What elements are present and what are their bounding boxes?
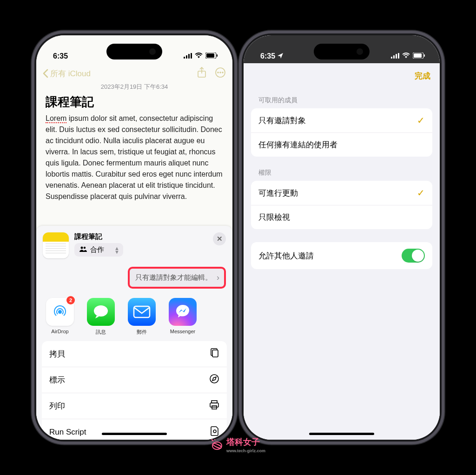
svg-rect-0 <box>184 57 185 59</box>
share-apps-row: 2 AirDrop 訊息 <box>36 289 232 338</box>
svg-rect-28 <box>414 53 422 58</box>
switch-allow-invite[interactable] <box>402 249 425 263</box>
phone-right: 6:35 完成 可取用的成員 <box>244 35 440 440</box>
section-header-permission: 權限 <box>244 157 440 181</box>
note-body-err: Lorem <box>46 114 66 123</box>
mail-icon <box>133 305 151 318</box>
nav-bar: 所有 iCloud <box>36 63 232 82</box>
chevron-left-icon <box>43 69 48 78</box>
svg-point-15 <box>94 305 108 317</box>
svg-point-12 <box>81 247 83 249</box>
svg-rect-17 <box>212 350 218 357</box>
action-label: 拷貝 <box>49 349 65 359</box>
close-button[interactable]: ✕ <box>213 232 226 245</box>
updown-icon: ▲▼ <box>114 246 119 254</box>
messages-icon <box>92 303 110 320</box>
action-label: Run Script <box>49 428 86 437</box>
battery-icon <box>205 52 218 60</box>
collab-dropdown[interactable]: 合作 ▲▼ <box>74 243 123 257</box>
close-icon: ✕ <box>217 235 223 243</box>
svg-point-13 <box>84 247 86 249</box>
done-button[interactable]: 完成 <box>415 71 430 81</box>
members-group: 只有邀請對象 ✓ 任何擁有連結的使用者 <box>251 108 432 157</box>
app-label: 郵件 <box>126 329 157 336</box>
options-sheet: 完成 可取用的成員 只有邀請對象 ✓ 任何擁有連結的使用者 權限 可進行更動 ✓ <box>244 64 440 440</box>
watermark-url: www.tech-girlz.com <box>226 449 265 453</box>
messenger-icon <box>174 303 191 320</box>
share-sheet: 課程筆記 合作 ▲▼ ✕ 只有邀請對象才能編輯。 <box>36 226 232 440</box>
permission-control[interactable]: 只有邀請對象才能編輯。 › <box>128 267 226 289</box>
status-time: 6:35 <box>260 52 275 60</box>
svg-rect-25 <box>396 54 397 59</box>
svg-rect-20 <box>210 403 218 407</box>
more-icon[interactable] <box>215 67 226 80</box>
action-label: 標示 <box>49 375 65 385</box>
permission-group: 可進行更動 ✓ 只限檢視 <box>251 181 432 229</box>
note-date: 2023年2月19日 下午6:34 <box>36 82 232 94</box>
action-markup[interactable]: 標示 <box>42 367 227 393</box>
cell-label: 只有邀請對象 <box>258 115 306 126</box>
option-invite-only[interactable]: 只有邀請對象 ✓ <box>251 108 432 133</box>
note-body-rest: ipsum dolor sit amet, consectetur adipis… <box>46 114 223 200</box>
check-icon: ✓ <box>417 115 425 126</box>
allow-invite-group: 允許其他人邀請 <box>251 242 432 269</box>
chevron-right-icon: › <box>217 273 219 283</box>
share-title: 課程筆記 <box>74 232 207 241</box>
svg-rect-26 <box>398 53 399 59</box>
back-button[interactable]: 所有 iCloud <box>43 68 91 79</box>
back-label: 所有 iCloud <box>50 68 91 79</box>
share-actions-list: 拷貝 標示 列印 Ru <box>42 341 227 440</box>
battery-icon <box>413 52 425 60</box>
action-copy[interactable]: 拷貝 <box>42 341 227 367</box>
option-view-only[interactable]: 只限檢視 <box>251 205 432 229</box>
home-indicator <box>102 433 167 435</box>
airdrop-icon <box>51 303 69 321</box>
share-app-airdrop[interactable]: 2 AirDrop <box>45 298 75 334</box>
svg-rect-1 <box>186 55 187 59</box>
share-app-mail[interactable]: 郵件 <box>126 298 157 334</box>
share-icon[interactable] <box>197 67 206 80</box>
allow-others-invite[interactable]: 允許其他人邀請 <box>251 242 432 269</box>
cell-label: 只限檢視 <box>258 212 290 223</box>
action-run-script[interactable]: Run Script <box>42 419 227 440</box>
print-icon <box>209 400 219 412</box>
wifi-icon <box>402 52 410 60</box>
option-anyone-with-link[interactable]: 任何擁有連結的使用者 <box>251 133 432 157</box>
svg-line-32 <box>212 439 213 441</box>
action-print[interactable]: 列印 <box>42 393 227 419</box>
svg-rect-3 <box>191 53 192 59</box>
svg-rect-23 <box>391 57 392 59</box>
collab-label: 合作 <box>90 245 104 254</box>
app-label: Messenger <box>167 329 198 334</box>
note-body[interactable]: Lorem ipsum dolor sit amet, consectetur … <box>36 113 232 202</box>
watermark: 塔科女子 www.tech-girlz.com <box>211 436 265 453</box>
signal-icon <box>391 52 399 60</box>
copy-icon <box>210 348 219 360</box>
share-app-messenger[interactable]: Messenger <box>167 298 198 334</box>
svg-point-9 <box>218 72 219 73</box>
svg-point-14 <box>58 310 62 314</box>
svg-point-10 <box>220 72 221 73</box>
wifi-icon <box>195 52 203 60</box>
svg-rect-2 <box>188 54 190 59</box>
signal-icon <box>184 52 192 60</box>
check-icon: ✓ <box>417 187 425 198</box>
permission-label: 只有邀請對象才能編輯。 <box>135 273 212 282</box>
svg-point-18 <box>210 375 218 383</box>
watermark-icon <box>211 439 224 450</box>
svg-rect-16 <box>134 306 150 317</box>
note-title: 課程筆記 <box>36 94 232 113</box>
cell-label: 允許其他人邀請 <box>258 251 314 261</box>
option-can-edit[interactable]: 可進行更動 ✓ <box>251 181 432 205</box>
dynamic-island <box>106 44 162 59</box>
section-header-members: 可取用的成員 <box>244 84 440 108</box>
svg-rect-5 <box>206 53 214 58</box>
home-indicator <box>309 433 374 435</box>
watermark-brand: 塔科女子 <box>226 436 265 448</box>
phone-left: 6:35 所有 iCloud <box>36 35 232 440</box>
airdrop-badge: 2 <box>66 296 75 304</box>
share-app-messages[interactable]: 訊息 <box>86 298 116 334</box>
action-label: 列印 <box>49 401 65 411</box>
svg-rect-29 <box>424 54 425 57</box>
svg-rect-24 <box>393 55 395 59</box>
